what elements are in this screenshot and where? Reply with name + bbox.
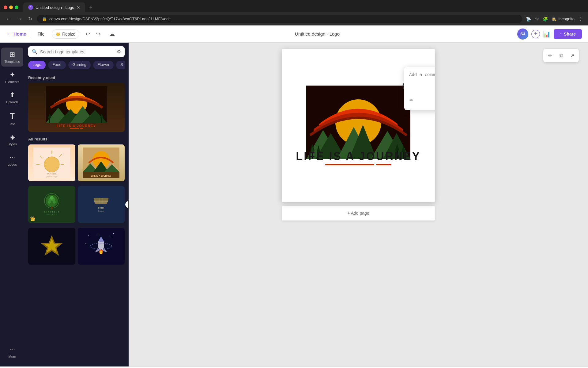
duplicate-canvas-button[interactable]: ⧉	[556, 51, 566, 60]
resize-label: Resize	[62, 32, 75, 36]
underline-bar-1	[325, 164, 374, 165]
url-text: canva.com/design/DAFNV2ps0cQ/T17wz8eaGT6…	[49, 17, 171, 21]
filter-icon[interactable]: ⚙	[117, 49, 121, 55]
share-button[interactable]: ↑ Share	[554, 29, 582, 39]
template-card-space[interactable]	[78, 228, 125, 265]
back-button[interactable]: ←	[5, 15, 12, 23]
svg-point-60	[100, 251, 102, 254]
incognito-button[interactable]: 🕵 Incognito	[552, 17, 575, 21]
pen-icon: ✒	[409, 97, 414, 104]
edit-canvas-button[interactable]: ✏	[545, 51, 555, 60]
books-svg: Books Reader	[83, 189, 119, 220]
design-title: Untitled design - Logo	[121, 31, 514, 36]
browser-tab-active[interactable]: C Untitled design - Logo ✕	[23, 2, 85, 12]
svg-point-33	[53, 201, 56, 204]
share-canvas-button[interactable]: ↗	[567, 51, 577, 60]
main-layout: ⊞ Templates ✦ Elements ⬆ Uploads T Text …	[0, 43, 588, 366]
undo-button[interactable]: ↩	[83, 29, 92, 39]
svg-point-11	[44, 157, 59, 172]
cast-icon[interactable]: 📡	[526, 17, 531, 21]
svg-point-52	[110, 237, 111, 237]
sidebar-item-logos[interactable]: ··· Logos	[1, 150, 23, 169]
sidebar-item-elements[interactable]: ✦ Elements	[1, 68, 23, 87]
sunrise-svg: SUNRISE graphic design	[33, 148, 70, 178]
svg-point-31	[50, 196, 54, 200]
close-window-button[interactable]	[4, 6, 7, 9]
maximize-window-button[interactable]	[15, 6, 18, 9]
sidebar-label-more: More	[8, 355, 16, 358]
sidebar-label-logos: Logos	[8, 163, 17, 166]
logos-icon: ···	[9, 153, 15, 161]
address-bar: ← → ↻ 🔒 canva.com/design/DAFNV2ps0cQ/T17…	[0, 12, 588, 25]
template-preview-journey-hero: LIFE IS A JOURNEY	[28, 83, 125, 132]
save-to-cloud-button[interactable]: ☁	[107, 29, 117, 39]
template-preview-dark	[28, 228, 75, 265]
left-sidebar: ⊞ Templates ✦ Elements ⬆ Uploads T Text …	[0, 43, 24, 366]
hide-panel-button[interactable]: ‹	[125, 201, 129, 208]
bottom-bar: 📝 Notes − + 105% ⊞ ⛶ ?	[0, 366, 588, 368]
sidebar-item-more[interactable]: ··· More	[1, 343, 23, 362]
browser-actions: 📡 ☆ 🧩 🕵 Incognito ⋮	[526, 16, 583, 22]
forward-button[interactable]: →	[16, 15, 23, 23]
incognito-label: Incognito	[558, 17, 575, 21]
analytics-button[interactable]: 📊	[543, 30, 551, 38]
add-collaborator-button[interactable]: +	[531, 30, 540, 38]
space-svg	[83, 231, 119, 262]
chip-food[interactable]: Food	[48, 61, 66, 69]
logo-main-text: LIFE IS A JOURNEY	[296, 150, 420, 163]
toolbar-right: SJ + 📊 ↑ Share	[517, 29, 582, 40]
canvas-toolbar: ✏ ⧉ ↗	[543, 49, 579, 62]
chip-gaming[interactable]: Gaming	[68, 61, 91, 69]
template-card-borcelle[interactable]: BORCELLE ORGANICS 👑	[28, 186, 75, 223]
canvas-page[interactable]: LIFE IS A JOURNEY ✒ Cancel Comment	[282, 49, 435, 202]
template-preview-sunrise: SUNRISE graphic design	[28, 144, 75, 181]
svg-text:graphic design: graphic design	[46, 176, 57, 178]
chip-flower[interactable]: Flower	[93, 61, 114, 69]
sidebar-item-uploads[interactable]: ⬆ Uploads	[1, 88, 23, 107]
svg-point-32	[48, 201, 51, 204]
toolbar-divider-1	[30, 30, 30, 38]
template-card-books[interactable]: Books Reader	[78, 186, 125, 223]
tab-close-button[interactable]: ✕	[77, 5, 80, 10]
template-card-journey-hero[interactable]: LIFE IS A JOURNEY	[28, 83, 125, 132]
home-button[interactable]: ← Home	[6, 31, 26, 37]
traffic-lights	[4, 6, 18, 9]
sidebar-label-styles: Styles	[8, 142, 17, 146]
new-tab-button[interactable]: +	[86, 3, 95, 12]
elements-icon: ✦	[9, 71, 15, 79]
svg-rect-34	[51, 206, 52, 209]
sidebar-item-styles[interactable]: ◈ Styles	[1, 130, 23, 149]
refresh-button[interactable]: ↻	[27, 15, 33, 23]
logo-underline	[296, 164, 420, 165]
browser-chrome: C Untitled design - Logo ✕ + ← → ↻ 🔒 can…	[0, 0, 588, 25]
template-card-sunrise[interactable]: SUNRISE graphic design	[28, 144, 75, 181]
svg-text:Reader: Reader	[98, 210, 104, 212]
comment-actions: ✒ Cancel Comment	[409, 95, 435, 105]
sidebar-item-templates[interactable]: ⊞ Templates	[1, 48, 23, 67]
url-bar[interactable]: 🔒 canva.com/design/DAFNV2ps0cQ/T17wz8eaG…	[37, 15, 522, 23]
template-card-journey-small[interactable]: LIFE IS A JOURNEY	[78, 144, 125, 181]
template-card-dark[interactable]	[28, 228, 75, 265]
file-button[interactable]: File	[34, 30, 48, 38]
file-label: File	[38, 32, 45, 36]
bookmark-icon[interactable]: ☆	[535, 16, 539, 22]
add-page-button[interactable]: + Add page	[282, 206, 435, 220]
sidebar-item-text[interactable]: T Text	[1, 108, 23, 129]
resize-button[interactable]: 👑 Resize	[52, 29, 79, 39]
borcelle-svg: BORCELLE ORGANICS	[33, 189, 70, 220]
template-preview-journey-small: LIFE IS A JOURNEY	[78, 144, 125, 181]
minimize-window-button[interactable]	[9, 6, 13, 9]
chip-logo[interactable]: Logo	[28, 61, 46, 69]
template-preview-books: Books Reader	[78, 186, 125, 223]
tab-title: Untitled design - Logo	[36, 5, 74, 10]
search-input[interactable]	[40, 49, 114, 54]
extension-icon[interactable]: 🧩	[543, 17, 548, 21]
sidebar-label-uploads: Uploads	[6, 100, 18, 104]
avatar-button[interactable]: SJ	[517, 29, 528, 40]
comment-input[interactable]	[409, 72, 435, 90]
menu-button[interactable]: ⋮	[578, 16, 583, 22]
share-icon: ↑	[560, 32, 562, 36]
svg-text:SUNRISE: SUNRISE	[47, 172, 57, 175]
chip-s[interactable]: S	[116, 61, 125, 69]
redo-button[interactable]: ↪	[94, 29, 103, 39]
